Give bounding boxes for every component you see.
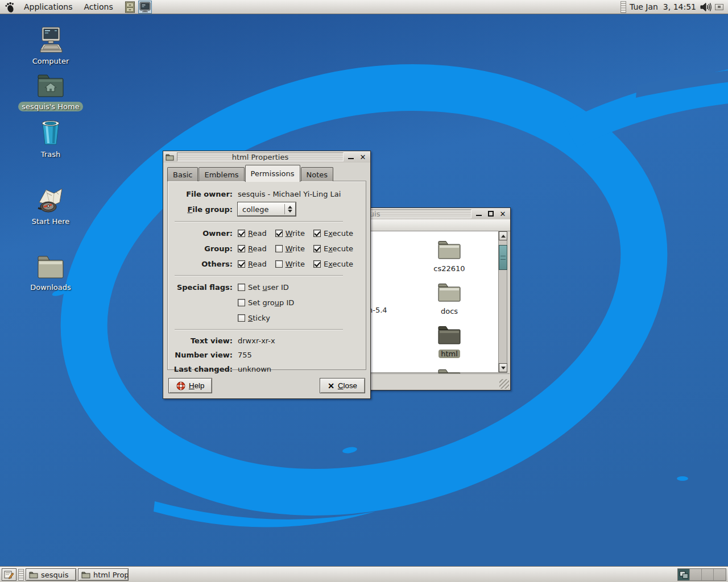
- volume-speaker-icon[interactable]: [700, 2, 713, 13]
- owner-permissions-row: Owner: Read Write Execute: [168, 226, 366, 241]
- set-group-id-row: Set group ID: [168, 295, 366, 310]
- panel-mini-applet-icon[interactable]: [715, 4, 723, 10]
- last-changed-row: Last changed: unknown: [168, 362, 366, 376]
- folder-label: docs: [439, 307, 460, 315]
- tab-notes[interactable]: Notes: [301, 167, 334, 181]
- task-label: html Prope: [93, 571, 129, 579]
- applet-handle[interactable]: [621, 1, 626, 13]
- minimize-button[interactable]: [346, 152, 355, 161]
- text-view-row: Text view: drwxr-xr-x: [168, 334, 366, 348]
- desktop-icon-downloads[interactable]: Downloads: [18, 253, 84, 292]
- folder-icon-selected: [437, 325, 462, 346]
- show-desktop-button[interactable]: [2, 568, 16, 581]
- workspace-cell-3[interactable]: [702, 569, 714, 580]
- scroll-up-button[interactable]: [499, 231, 507, 240]
- tab-basic[interactable]: Basic: [167, 167, 198, 181]
- menu-applications[interactable]: Applications: [18, 1, 78, 13]
- workspace-cell-1[interactable]: [678, 569, 690, 580]
- owner-execute-checkbox[interactable]: Execute: [313, 229, 353, 238]
- desktop-icon-home[interactable]: sesquis's Home: [18, 73, 84, 111]
- folder-label: html: [439, 350, 460, 358]
- dialog-titlebar[interactable]: html Properties ✕: [163, 151, 370, 163]
- dialog-buttons: Help ✕ Close: [168, 378, 365, 393]
- help-lifering-icon: [176, 381, 185, 390]
- group-write-checkbox[interactable]: Write: [275, 244, 305, 253]
- file-group-value: college: [242, 205, 282, 214]
- desktop-icon-label: sesquis's Home: [18, 102, 82, 111]
- home-folder-icon: [36, 73, 65, 100]
- file-owner-row: File owner: sesquis - Michael Yi-Ling La…: [168, 187, 366, 201]
- workspace-cell-2[interactable]: [690, 569, 702, 580]
- file-owner-value: sesquis - Michael Yi-Ling Lai: [238, 190, 341, 198]
- tab-emblems[interactable]: Emblems: [198, 167, 244, 181]
- folder-icon: [437, 239, 462, 261]
- computer-icon: [36, 26, 65, 55]
- text-view-value: drwxr-xr-x: [238, 336, 275, 345]
- desktop-pencil-icon: [4, 570, 14, 579]
- file-group-combobox[interactable]: college: [238, 202, 296, 216]
- task-button-sesquis[interactable]: sesquis: [26, 568, 76, 581]
- task-label: sesquis: [41, 571, 68, 579]
- properties-dialog[interactable]: html Properties ✕ Basic Emblems Permissi…: [163, 151, 371, 399]
- workspace-cell-4[interactable]: [714, 569, 726, 580]
- trash-icon: [37, 118, 64, 148]
- help-button[interactable]: Help: [168, 378, 212, 393]
- dialog-title: html Properties: [229, 153, 292, 161]
- folder-item-html[interactable]: html: [424, 325, 475, 358]
- desktop-icon-label: Downloads: [27, 282, 74, 292]
- owner-write-checkbox[interactable]: Write: [275, 229, 305, 238]
- file-cabinet-icon: [125, 1, 135, 13]
- scrollbar-thumb[interactable]: [499, 245, 507, 270]
- owner-read-checkbox[interactable]: Read: [238, 229, 267, 238]
- others-read-checkbox[interactable]: Read: [238, 260, 267, 268]
- group-permissions-row: Group: Read Write Execute: [168, 241, 366, 256]
- file-group-label: File group:: [168, 205, 238, 214]
- top-panel: Applications Actions Tue Jan 3, 14:51: [0, 0, 728, 14]
- tab-permissions[interactable]: Permissions: [245, 165, 300, 182]
- desktop-icon-label: Start Here: [28, 217, 73, 226]
- sticky-checkbox[interactable]: Sticky: [238, 314, 270, 322]
- separator: [175, 221, 343, 222]
- vertical-scrollbar[interactable]: [498, 231, 507, 372]
- file-group-row: File group: college: [168, 201, 366, 218]
- desktop-icon-computer[interactable]: Computer: [18, 26, 84, 66]
- dialog-tabs: Basic Emblems Permissions Notes: [167, 164, 366, 181]
- others-execute-checkbox[interactable]: Execute: [313, 260, 353, 268]
- minimize-button[interactable]: [474, 209, 483, 218]
- set-group-id-checkbox[interactable]: Set group ID: [238, 298, 294, 307]
- desktop-icon-label: Computer: [29, 56, 73, 66]
- sticky-row: Sticky: [168, 310, 366, 326]
- number-view-value: 755: [238, 351, 252, 359]
- others-write-checkbox[interactable]: Write: [275, 260, 305, 268]
- menu-actions[interactable]: Actions: [78, 1, 119, 13]
- folder-item-docs[interactable]: docs: [424, 282, 475, 315]
- downloads-folder-icon: [36, 253, 65, 281]
- close-button[interactable]: ✕: [498, 209, 507, 218]
- desktop-icon-trash[interactable]: Trash: [18, 118, 84, 159]
- folder-item-cs22610[interactable]: cs22610: [424, 239, 475, 273]
- others-permissions-row: Others: Read Write Execute: [168, 256, 366, 272]
- set-user-id-checkbox[interactable]: Set user ID: [238, 283, 289, 292]
- group-read-checkbox[interactable]: Read: [238, 244, 267, 253]
- terminal-launcher[interactable]: [138, 1, 152, 14]
- special-flags-label: Special flags:: [168, 283, 238, 292]
- scroll-down-button[interactable]: [499, 363, 507, 372]
- group-execute-checkbox[interactable]: Execute: [313, 244, 353, 253]
- panel-clock[interactable]: Tue Jan 3, 14:51: [626, 2, 700, 11]
- tasklist-handle[interactable]: [18, 569, 24, 581]
- folder-icon: [29, 571, 38, 579]
- close-button[interactable]: ✕: [358, 152, 367, 161]
- task-button-html-properties[interactable]: html Prope: [78, 568, 129, 581]
- folder-label: cs22610: [431, 264, 467, 273]
- gnome-foot-icon[interactable]: [5, 1, 16, 13]
- workspace-switcher[interactable]: [677, 568, 726, 581]
- last-changed-value: unknown: [238, 365, 271, 373]
- desktop-icon-start-here[interactable]: Start Here: [18, 185, 84, 226]
- combo-arrows-icon: [284, 204, 295, 214]
- file-manager-launcher[interactable]: [123, 1, 137, 14]
- resize-grip[interactable]: [499, 379, 509, 389]
- maximize-button[interactable]: [486, 209, 495, 218]
- close-button[interactable]: ✕ Close: [320, 378, 365, 393]
- bottom-panel: sesquis html Prope: [0, 567, 728, 582]
- close-x-icon: ✕: [328, 381, 334, 390]
